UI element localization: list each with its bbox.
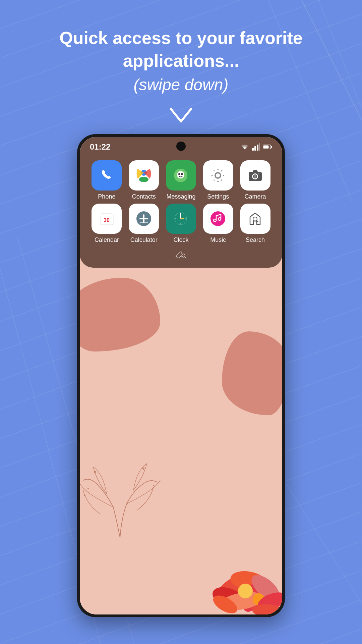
app-item-calendar[interactable]: 30 Calendar [90,204,124,244]
blob-decoration-2 [222,331,282,415]
drawer-handle[interactable] [86,247,276,261]
phone-screen: 01:22 [80,137,282,614]
svg-point-34 [181,173,183,175]
hero-title: Quick access to your favorite applicatio… [13,27,349,72]
svg-text:30: 30 [104,217,110,223]
svg-point-36 [216,173,220,177]
svg-point-7 [142,468,144,470]
settings-app-label: Settings [207,193,229,200]
calendar-app-icon: 30 [92,204,122,234]
settings-app-icon [203,160,233,191]
svg-point-32 [177,171,184,178]
svg-point-10 [84,495,85,496]
app-item-music[interactable]: Music [201,204,235,244]
svg-rect-24 [257,145,258,151]
svg-rect-27 [263,146,269,149]
clock-app-icon [166,204,196,234]
svg-rect-28 [271,146,272,148]
signal-icon [252,143,260,151]
status-time: 01:22 [90,142,110,152]
app-item-search[interactable]: Search [238,204,272,244]
phone-frame: 01:22 [77,134,285,617]
calculator-app-icon [129,204,159,234]
contacts-app-label: Contacts [132,193,156,200]
camera-app-icon [240,160,270,191]
camera-app-label: Camera [245,193,266,200]
phone-app-label: Phone [98,193,115,200]
search-app-icon [240,204,270,234]
chevron-down-icon [169,107,193,127]
svg-point-33 [178,173,180,175]
hero-subtitle: (swipe down) [13,75,349,94]
svg-point-41 [258,173,259,174]
wifi-icon [240,143,249,151]
hero-section: Quick access to your favorite applicatio… [0,27,362,94]
svg-point-40 [254,175,256,178]
app-grid: Phone Contacts [86,157,276,247]
svg-line-63 [185,257,186,258]
music-app-label: Music [210,236,226,244]
flower-decoration [168,514,282,614]
clock-app-label: Clock [173,236,188,244]
calculator-app-label: Calculator [130,236,158,244]
svg-point-30 [139,177,148,182]
app-item-clock[interactable]: Clock [164,204,198,244]
blob-decoration-1 [80,278,160,352]
svg-rect-25 [259,143,260,151]
svg-point-6 [94,471,96,473]
svg-rect-43 [100,214,113,217]
svg-point-17 [238,584,253,598]
search-app-label: Search [246,236,265,244]
plant-illustration [80,413,164,541]
contacts-app-icon [129,160,159,191]
phone-app-icon [92,160,122,191]
status-icons [240,143,272,151]
camera-notch [176,142,186,151]
app-item-settings[interactable]: Settings [201,160,235,200]
app-item-camera[interactable]: Camera [238,160,272,200]
svg-point-9 [153,485,154,486]
calendar-app-label: Calendar [95,236,119,244]
app-item-phone[interactable]: Phone [90,160,124,200]
app-item-contacts[interactable]: Contacts [127,160,161,200]
app-item-calculator[interactable]: Calculator [127,204,161,244]
app-item-messaging[interactable]: Messaging [164,160,198,200]
music-app-icon [203,204,233,234]
messaging-app-icon [166,160,196,191]
messaging-app-label: Messaging [166,193,195,200]
battery-icon [263,144,272,150]
svg-rect-23 [254,146,256,151]
svg-point-8 [87,488,89,489]
svg-rect-22 [252,148,254,151]
